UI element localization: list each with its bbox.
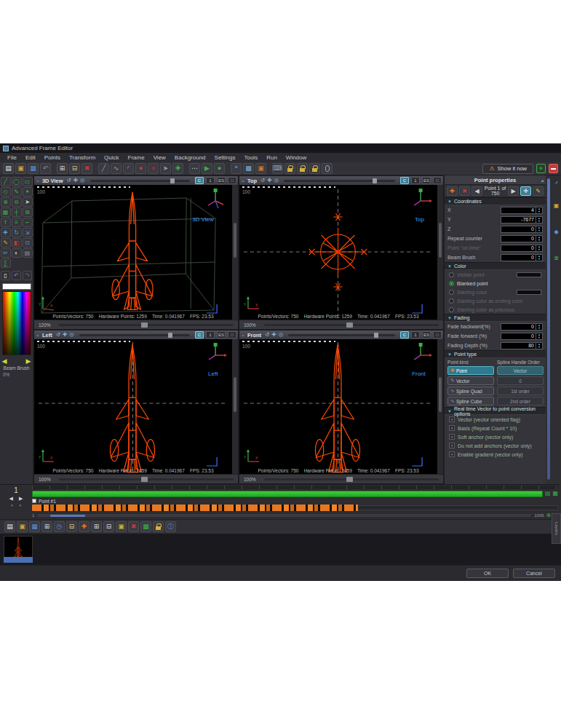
viewport-maximize-button[interactable]: □: [433, 177, 442, 184]
frames-new-icon[interactable]: ▤: [4, 521, 15, 532]
tool-fill-icon[interactable]: ◧: [12, 238, 22, 248]
frames-lock-icon[interactable]: [153, 521, 164, 532]
tool-picture-icon[interactable]: ▤: [23, 248, 33, 258]
kind-spline-cube-button[interactable]: ∿Spline Cube: [447, 397, 494, 405]
frames-delete-icon[interactable]: ✖: [128, 521, 139, 532]
order-2nd-button[interactable]: 2nd order: [497, 397, 544, 405]
mini-undo-icon[interactable]: ↶: [12, 271, 21, 280]
fading-depth-input[interactable]: 80▲▼: [501, 342, 543, 349]
laser-stop-button[interactable]: [549, 164, 558, 173]
menu-item-edit[interactable]: Edit: [21, 154, 40, 161]
viewport-1-button[interactable]: 1: [206, 331, 215, 339]
collapse-icon[interactable]: ⌄: [241, 178, 245, 183]
order-vector-button[interactable]: Vector: [497, 366, 544, 375]
zoom-view-icon[interactable]: ◎: [69, 332, 74, 338]
viewport-top-canvas[interactable]: Top Y X 100 Points/Vec: [239, 185, 437, 320]
palette-icon[interactable]: ▩: [243, 163, 254, 174]
conversion-option-checkbox-1[interactable]: ▾: [449, 425, 455, 431]
frames-insert-icon[interactable]: ⊟: [103, 521, 114, 532]
visible-color-swatch[interactable]: [517, 272, 541, 277]
starting-color-radio[interactable]: [449, 290, 454, 295]
pan-view-icon[interactable]: ✚: [271, 332, 276, 338]
frames-save-icon[interactable]: ▦: [29, 521, 40, 532]
mini-page-icon[interactable]: ▯: [1, 271, 10, 280]
ok-button[interactable]: OK: [466, 569, 509, 578]
viewport-c-button[interactable]: C: [400, 331, 409, 339]
viewport-front-vscrollbar[interactable]: [437, 339, 443, 474]
viewport-1-button[interactable]: 1: [411, 331, 420, 339]
frames-open-icon[interactable]: ▣: [17, 521, 28, 532]
new-frame-icon[interactable]: ▤: [3, 163, 14, 174]
tool-image-icon[interactable]: ▦: [1, 207, 11, 217]
tool-pencil-icon[interactable]: ✏: [1, 248, 11, 258]
section-color[interactable]: ▼Color: [445, 262, 546, 270]
prev-frame-button[interactable]: ◀: [9, 496, 13, 502]
fade-forward-input[interactable]: 0▲▼: [501, 333, 543, 340]
kind-point-button[interactable]: ✚Point: [447, 366, 494, 375]
section-point-type[interactable]: ▼Point type: [445, 350, 546, 358]
menu-item-tools[interactable]: Tools: [239, 154, 262, 161]
add-point-icon[interactable]: ✚: [172, 163, 183, 174]
visible-point-radio[interactable]: [449, 272, 454, 277]
y-input[interactable]: -7677▲▼: [501, 216, 543, 223]
color-palette[interactable]: [2, 291, 31, 355]
next-frame-button[interactable]: ▶: [19, 496, 23, 502]
view-slider[interactable]: [90, 180, 190, 182]
tool-select-arrow-icon[interactable]: ➤: [23, 197, 33, 207]
x-input[interactable]: 4▲▼: [501, 207, 543, 214]
tool-line-icon[interactable]: ╱: [1, 177, 11, 186]
viewport-es-button[interactable]: ES: [217, 331, 226, 339]
lock-z-icon[interactable]: [309, 163, 320, 174]
viewport-3d-canvas[interactable]: 3D View Y X 100 Points: [34, 185, 232, 320]
conversion-option-checkbox-4[interactable]: ▾: [449, 451, 455, 457]
tool-brush-icon[interactable]: ✎: [1, 238, 11, 248]
menu-item-frame[interactable]: Frame: [124, 154, 149, 161]
order-1st-button[interactable]: 1st order: [497, 387, 544, 395]
cursor-icon[interactable]: ➤: [160, 163, 171, 174]
comment-icon[interactable]: ❝: [231, 163, 242, 174]
tool-pen-icon[interactable]: ✎: [12, 187, 22, 197]
conversion-option-checkbox-3[interactable]: ▾: [449, 443, 455, 448]
start-as-end-radio[interactable]: [449, 298, 454, 304]
frames-paste-icon[interactable]: ⊟: [66, 521, 77, 532]
beam-brush-input[interactable]: 0▲▼: [501, 254, 543, 261]
draw-arc-icon[interactable]: ◜: [123, 163, 134, 174]
open-folder-icon[interactable]: ▣: [15, 163, 26, 174]
menu-item-settings[interactable]: Settings: [210, 154, 240, 161]
select-mode-button[interactable]: ✛: [520, 186, 531, 196]
viewport-front-canvas[interactable]: Front Y X 100 Points/V: [239, 339, 437, 474]
viewport-c-button[interactable]: C: [195, 177, 204, 184]
viewport-left-canvas[interactable]: Left Y X 100 Points/Ve: [34, 339, 232, 474]
point-segments-track[interactable]: [358, 505, 558, 510]
draw-line-icon[interactable]: ╱: [98, 163, 109, 174]
repeat-counter-input[interactable]: 0▲▼: [501, 235, 543, 242]
dock-folder-icon[interactable]: ▣: [552, 202, 560, 210]
paste-icon[interactable]: ⊟: [69, 163, 80, 174]
record-dot-icon[interactable]: ●: [19, 503, 22, 507]
dock-icon[interactable]: ⌟: [541, 177, 544, 183]
view-slider[interactable]: [79, 334, 190, 336]
cancel-button[interactable]: Cancel: [513, 569, 555, 578]
record-icon[interactable]: ●: [135, 163, 146, 174]
undo-icon[interactable]: ↶: [40, 163, 51, 174]
next-point-button[interactable]: ▶: [508, 186, 519, 196]
viewport-1-button[interactable]: 1: [206, 177, 215, 184]
viewport-top-vscrollbar[interactable]: [437, 185, 443, 320]
viewport-maximize-button[interactable]: □: [433, 331, 442, 339]
add-point-button[interactable]: ✚: [447, 186, 458, 196]
timeline-scrollbar[interactable]: [36, 513, 532, 518]
show-it-now-button[interactable]: ⚠ Show it now: [482, 164, 533, 174]
viewport-left-vscrollbar[interactable]: [232, 339, 238, 474]
lock-x-icon[interactable]: [285, 163, 295, 174]
view-slider[interactable]: [288, 334, 395, 336]
zoom-view-icon[interactable]: ◎: [80, 178, 85, 183]
blanked-point-radio[interactable]: [449, 281, 454, 286]
viewport-es-button[interactable]: ES: [422, 331, 431, 339]
conversion-option-checkbox-2[interactable]: ▾: [449, 434, 455, 440]
menu-item-background[interactable]: Background: [170, 154, 210, 161]
track-add-icon[interactable]: ▦: [552, 491, 558, 496]
frames-add-icon[interactable]: ✚: [79, 521, 89, 532]
save-icon[interactable]: ▦: [28, 163, 39, 174]
menu-item-file[interactable]: File: [3, 154, 21, 161]
palette-right-arrow-icon[interactable]: ▶: [26, 357, 31, 365]
